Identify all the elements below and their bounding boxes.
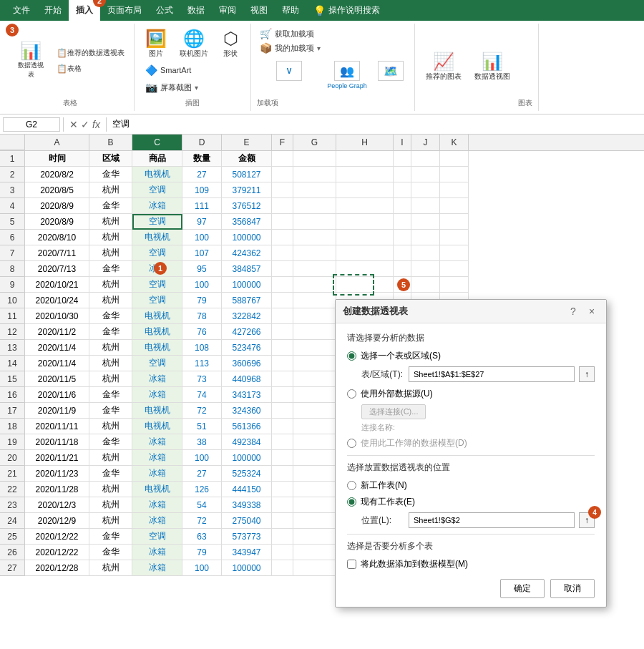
cell-D24[interactable]: 72 [182, 513, 222, 529]
cell-E15[interactable]: 440968 [222, 371, 272, 387]
cell-B4[interactable]: 金华 [89, 198, 132, 214]
cell-A24[interactable]: 2020/12/9 [25, 513, 89, 529]
cell-C27[interactable]: 冰箱 [132, 560, 182, 576]
cell-D9[interactable]: 100 [182, 277, 222, 293]
cell-C4[interactable]: 冰箱 [132, 198, 182, 214]
cell-A26[interactable]: 2020/12/22 [25, 545, 89, 560]
cell-A18[interactable]: 2020/11/11 [25, 419, 89, 434]
cell-K3[interactable] [440, 182, 469, 198]
cell-K2[interactable] [440, 167, 469, 182]
cell-E19[interactable]: 492384 [222, 434, 272, 450]
cell-E13[interactable]: 523476 [222, 340, 272, 356]
cell-I4[interactable] [394, 198, 411, 214]
cell-C15[interactable]: 冰箱 [132, 371, 182, 387]
radio-external[interactable] [347, 389, 356, 399]
tab-view[interactable]: 视图 [243, 0, 275, 21]
cell-E18[interactable]: 561366 [222, 419, 272, 434]
cell-D3[interactable]: 109 [182, 182, 222, 198]
cell-G14[interactable] [293, 356, 336, 371]
cell-G6[interactable] [293, 230, 336, 245]
location-input[interactable] [409, 512, 575, 528]
create-pivot-dialog[interactable]: 创建数据透视表 ? × 请选择要分析的数据 选择一个表或区域(S) 表/区域(T… [335, 299, 607, 607]
cell-F23[interactable] [272, 497, 293, 513]
cell-K7[interactable] [440, 245, 469, 261]
table-range-input[interactable] [409, 366, 575, 382]
cell-B1[interactable]: 区域 [89, 151, 132, 167]
cell-G21[interactable] [293, 466, 336, 482]
cell-G24[interactable] [293, 513, 336, 529]
cell-A17[interactable]: 2020/11/9 [25, 403, 89, 419]
cell-E21[interactable]: 525324 [222, 466, 272, 482]
cell-B26[interactable]: 金华 [89, 545, 132, 560]
cell-D26[interactable]: 79 [182, 545, 222, 560]
cell-A3[interactable]: 2020/8/5 [25, 182, 89, 198]
col-header-J[interactable]: J [411, 135, 440, 150]
cell-D19[interactable]: 38 [182, 434, 222, 450]
cell-E16[interactable]: 343173 [222, 387, 272, 403]
radio-table-range[interactable] [347, 351, 356, 361]
screenshot-button[interactable]: 📷 屏幕截图 ▾ [140, 79, 245, 95]
cell-H8[interactable] [336, 261, 394, 277]
cell-D25[interactable]: 63 [182, 529, 222, 545]
col-header-A[interactable]: A [25, 135, 89, 150]
insert-function-icon[interactable]: fx [92, 119, 100, 130]
cell-A2[interactable]: 2020/8/2 [25, 167, 89, 182]
cell-I7[interactable] [394, 245, 411, 261]
cell-C14[interactable]: 空调 [132, 356, 182, 371]
cell-E23[interactable]: 349338 [222, 497, 272, 513]
online-picture-button[interactable]: 🌐 联机图片 [175, 26, 213, 62]
cell-D6[interactable]: 100 [182, 230, 222, 245]
cell-F2[interactable] [272, 167, 293, 182]
col-header-D[interactable]: D [182, 135, 222, 150]
cell-C1[interactable]: 商品 [132, 151, 182, 167]
cell-F3[interactable] [272, 182, 293, 198]
cell-D27[interactable]: 100 [182, 560, 222, 576]
cell-G23[interactable] [293, 497, 336, 513]
cell-B17[interactable]: 金华 [89, 403, 132, 419]
cell-D15[interactable]: 73 [182, 371, 222, 387]
cell-D5[interactable]: 97 [182, 214, 222, 230]
cell-A1[interactable]: 时间 [25, 151, 89, 167]
cell-C2[interactable]: 电视机 [132, 167, 182, 182]
cell-F19[interactable] [272, 434, 293, 450]
cell-G8[interactable] [293, 261, 336, 277]
cell-B25[interactable]: 金华 [89, 529, 132, 545]
cell-E11[interactable]: 322842 [222, 308, 272, 324]
cell-B20[interactable]: 杭州 [89, 450, 132, 466]
cell-J6[interactable] [411, 230, 440, 245]
cell-F14[interactable] [272, 356, 293, 371]
cell-D14[interactable]: 113 [182, 356, 222, 371]
cell-G2[interactable] [293, 167, 336, 182]
cell-A5[interactable]: 2020/8/9 [25, 214, 89, 230]
visio-button[interactable]: V [276, 61, 302, 81]
col-header-C[interactable]: C [132, 135, 182, 150]
cell-C13[interactable]: 电视机 [132, 340, 182, 356]
cell-E7[interactable]: 424362 [222, 245, 272, 261]
picture-button[interactable]: 🖼️ 图片 [140, 26, 172, 62]
cell-F21[interactable] [272, 466, 293, 482]
tab-data[interactable]: 数据 [180, 0, 212, 21]
col-header-G[interactable]: G [293, 135, 336, 150]
confirm-formula-icon[interactable]: ✓ [81, 119, 89, 130]
cell-D4[interactable]: 111 [182, 198, 222, 214]
cell-B22[interactable]: 杭州 [89, 482, 132, 497]
cell-G17[interactable] [293, 403, 336, 419]
cell-H7[interactable] [336, 245, 394, 261]
cell-G11[interactable] [293, 308, 336, 324]
cell-F18[interactable] [272, 419, 293, 434]
cell-E26[interactable]: 343947 [222, 545, 272, 560]
cell-K5[interactable] [440, 214, 469, 230]
col-header-E[interactable]: E [222, 135, 272, 150]
cell-A14[interactable]: 2020/11/4 [25, 356, 89, 371]
cell-E5[interactable]: 356847 [222, 214, 272, 230]
tab-formula[interactable]: 公式 [149, 0, 180, 21]
cell-F27[interactable] [272, 560, 293, 576]
cell-E22[interactable]: 444150 [222, 482, 272, 497]
cell-C18[interactable]: 电视机 [132, 419, 182, 434]
cell-C23[interactable]: 冰箱 [132, 497, 182, 513]
cell-H9[interactable] [336, 277, 394, 293]
cell-B2[interactable]: 金华 [89, 167, 132, 182]
cell-F15[interactable] [272, 371, 293, 387]
cell-D23[interactable]: 54 [182, 497, 222, 513]
cell-B27[interactable]: 杭州 [89, 560, 132, 576]
